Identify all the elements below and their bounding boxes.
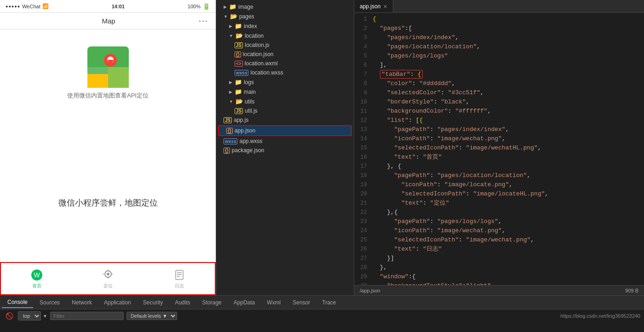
devtools-tab-storage[interactable]: Storage xyxy=(197,298,227,308)
line-content: "iconPath": "image/wechat.png", xyxy=(373,226,506,235)
svg-rect-2 xyxy=(87,74,108,88)
devtools-tab-network[interactable]: Network xyxy=(66,298,98,308)
line-content: "color": "#dddddd", xyxy=(373,79,455,88)
file-item-pages[interactable]: ▼ 📂 pages xyxy=(216,11,354,21)
json-icon: {} xyxy=(224,148,230,154)
file-tree-panel: ▶ 📁 image ▼ 📂 pages ▶ 📁 index xyxy=(216,0,354,295)
phone-tab-bar: W 首页 定位 xyxy=(0,262,216,295)
line-number: 4 xyxy=(354,42,373,52)
file-name: logs xyxy=(244,79,350,86)
chevron-right-icon: ▶ xyxy=(229,90,232,94)
filter-input[interactable] xyxy=(50,312,124,320)
location-tab-icon xyxy=(102,269,115,281)
file-name: app.js xyxy=(234,117,350,123)
file-item-app-wxss[interactable]: wxss app.wxss xyxy=(216,137,354,146)
line-number: 30 xyxy=(354,281,373,285)
file-item-main[interactable]: ▶ 📁 main xyxy=(216,87,354,97)
folder-icon: 📁 xyxy=(235,23,242,29)
line-content: "iconPath": "image/locate.png", xyxy=(373,180,512,189)
file-item-package-json[interactable]: {} package.json xyxy=(216,146,354,155)
line-content: "text": "定位" xyxy=(373,199,449,208)
line-number: 3 xyxy=(354,33,373,42)
line-number: 24 xyxy=(354,226,373,235)
line-number: 18 xyxy=(354,171,373,180)
code-line-18: 18 "pagePath": "pages/location/location"… xyxy=(354,171,644,180)
line-number: 12 xyxy=(354,116,373,125)
folder-icon: 📁 xyxy=(229,3,236,10)
file-item-index[interactable]: ▶ 📁 index xyxy=(216,21,354,31)
line-number: 23 xyxy=(354,217,373,226)
file-item-util-js[interactable]: JS util.js xyxy=(216,106,354,115)
file-name: app.json xyxy=(235,127,347,134)
code-line-16: 16 "text": "首页" xyxy=(354,153,644,162)
file-item-image[interactable]: ▶ 📁 image xyxy=(216,2,354,11)
chevron-down-icon: ▼ xyxy=(224,14,228,19)
json-icon: {} xyxy=(235,52,241,57)
tab-location[interactable]: 定位 xyxy=(72,269,144,289)
file-item-utils[interactable]: ▼ 📂 utils xyxy=(216,97,354,106)
line-number: 19 xyxy=(354,180,373,189)
line-number: 16 xyxy=(354,153,373,162)
devtools-tab-wxml[interactable]: Wxml xyxy=(261,298,286,308)
editor-tab-app-json[interactable]: app.json × xyxy=(354,0,393,12)
tab-label: app.json xyxy=(360,3,380,10)
code-line-7: 7 "tabBar": { xyxy=(354,70,644,79)
line-content: "pagePath": "pages/index/index", xyxy=(373,125,509,134)
line-number: 13 xyxy=(354,125,373,134)
chevron-down-icon: ▼ xyxy=(229,99,233,104)
line-number: 8 xyxy=(354,79,373,88)
devtools-tab-trace[interactable]: Trace xyxy=(316,298,341,308)
file-item-logs[interactable]: ▶ 📁 logs xyxy=(216,77,354,87)
file-item-app-json[interactable]: {} app.json xyxy=(218,125,352,136)
tab-logs[interactable]: 日志 xyxy=(144,269,215,289)
devtools-tab-sources[interactable]: Sources xyxy=(34,298,65,308)
line-content: "text": "日志" xyxy=(373,245,442,254)
code-line-14: 14 "iconPath": "image/wechat.png", xyxy=(354,134,644,143)
file-item-app-js[interactable]: JS app.js xyxy=(216,115,354,125)
context-select[interactable]: top xyxy=(18,311,41,321)
devtools-tab-sensor[interactable]: Sensor xyxy=(287,298,316,308)
file-item-location-wxss[interactable]: wxss location.wxss xyxy=(216,68,354,77)
wxss-icon: wxss xyxy=(235,70,248,76)
signal-icon: ●●●●● xyxy=(6,4,20,9)
line-content: "tabBar": { xyxy=(373,70,423,79)
phone-status-bar: ●●●●● WeChat 📶 14:01 100% 🔋 xyxy=(0,0,216,13)
devtools-tab-application[interactable]: Application xyxy=(98,298,137,308)
code-line-20: 20 "selectedIconPath": "image/locateHL.p… xyxy=(354,189,644,199)
line-number: 14 xyxy=(354,134,373,143)
file-item-location-wxml[interactable]: <> location.wxml xyxy=(216,59,354,68)
file-item-location-json[interactable]: {} location.json xyxy=(216,50,354,59)
level-select[interactable]: Default levels ▼ xyxy=(126,312,177,320)
wifi-icon: 📶 xyxy=(42,3,49,9)
devtools-tab-appdata[interactable]: AppData xyxy=(228,298,261,308)
folder-icon: 📂 xyxy=(236,32,243,39)
line-number: 25 xyxy=(354,235,373,245)
phone-body: 使用微信内置地图查看API定位 微信小程序尝鲜，地图定位 xyxy=(0,29,216,262)
file-name: location.json xyxy=(243,51,350,57)
tab-home[interactable]: W 首页 xyxy=(1,269,72,289)
close-tab-icon[interactable]: × xyxy=(383,3,387,10)
line-content: "borderStyle": "black", xyxy=(373,97,470,107)
file-item-location[interactable]: ▼ 📂 location xyxy=(216,31,354,40)
line-content: "pagePath": "pages/logs/logs", xyxy=(373,217,502,226)
home-tab-label: 首页 xyxy=(32,283,41,289)
devtools-tab-audits[interactable]: Audits xyxy=(169,298,196,308)
folder-icon: 📂 xyxy=(236,98,243,105)
nav-dots: ··· xyxy=(199,16,208,26)
code-line-26: 26 "text": "日志" xyxy=(354,245,644,254)
file-name: pages xyxy=(239,13,350,20)
file-name: location xyxy=(245,33,350,39)
line-content: "text": "首页" xyxy=(373,153,442,162)
devtools-toolbar: 🚫 top ▼ Default levels ▼ https://blog.cs… xyxy=(0,309,644,322)
wxss-icon: wxss xyxy=(224,138,237,144)
svg-point-10 xyxy=(107,273,109,275)
devtools-tab-console[interactable]: Console xyxy=(2,297,33,308)
file-item-location-js[interactable]: JS location.js xyxy=(216,40,354,50)
code-line-4: 4 "pages/location/location", xyxy=(354,42,644,52)
devtools-tab-security[interactable]: Security xyxy=(138,298,168,308)
clear-console-button[interactable]: 🚫 xyxy=(4,311,15,321)
location-tab-label: 定位 xyxy=(104,283,113,289)
folder-icon: 📁 xyxy=(235,88,242,95)
chevron-down-icon: ▼ xyxy=(229,34,233,38)
map-icon xyxy=(87,46,129,88)
